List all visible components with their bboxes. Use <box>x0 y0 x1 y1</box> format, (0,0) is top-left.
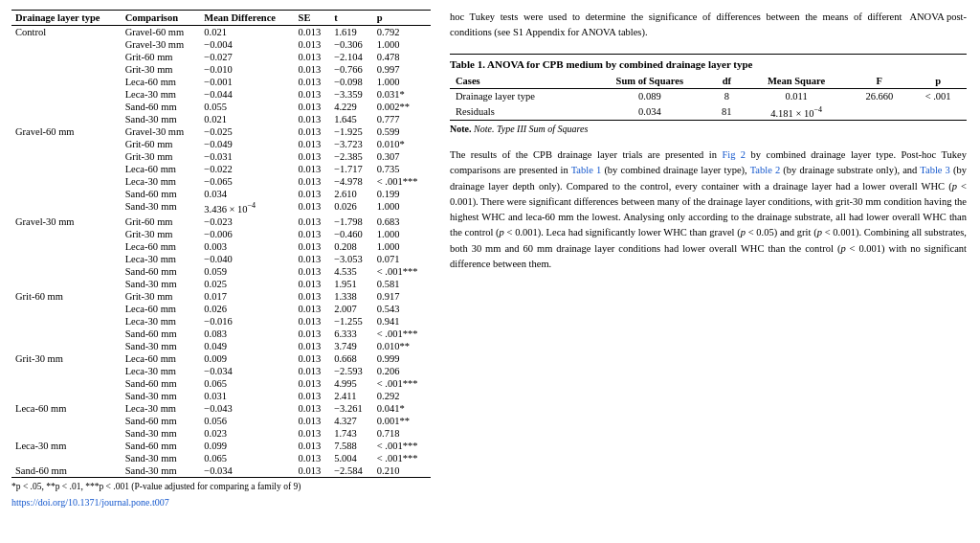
cell-comparison: Sand-60 mm <box>122 377 201 390</box>
anova-cell-p: < .001 <box>909 88 967 103</box>
cell-comparison: Sand-60 mm <box>122 440 201 452</box>
anova-cell-df: 81 <box>710 103 744 121</box>
cell-t: 6.333 <box>330 328 373 340</box>
table2-ref[interactable]: Table 2 <box>750 165 781 175</box>
cell-t: 1.338 <box>330 290 373 303</box>
cell-comparison: Grit-60 mm <box>122 138 201 150</box>
cell-comparison: Leca-60 mm <box>122 163 201 175</box>
cell-group <box>11 303 122 315</box>
cell-t: 7.588 <box>330 440 373 452</box>
cell-group <box>11 265 122 278</box>
anova-col-f: F <box>849 74 909 89</box>
cell-comparison: Gravel-30 mm <box>122 38 201 51</box>
cell-p: 0.206 <box>373 365 431 377</box>
cell-comparison: Sand-60 mm <box>122 328 201 340</box>
cell-comparison: Sand-30 mm <box>122 340 201 352</box>
anova-intro: ANOVA post- hoc Tukey tests were used to… <box>450 10 967 40</box>
cell-p: 0.010** <box>373 340 431 352</box>
cell-comparison: Leca-30 mm <box>122 253 201 265</box>
cell-comparison: Gravel-30 mm <box>122 125 201 138</box>
cell-mean-diff: 0.021 <box>200 26 294 39</box>
cell-se: 0.013 <box>295 113 331 125</box>
cell-se: 0.013 <box>295 315 331 328</box>
cell-se: 0.013 <box>295 377 331 390</box>
cell-p: 0.735 <box>373 163 431 175</box>
anova-note: Note. Note. Type III Sum of Squares <box>450 124 967 134</box>
anova-cell-df: 8 <box>710 88 744 103</box>
cell-group <box>11 163 122 175</box>
cell-mean-diff: 0.065 <box>200 452 294 464</box>
anova-table-container: Table 1. ANOVA for CPB medium by combine… <box>450 54 967 135</box>
cell-t: −1.717 <box>330 163 373 175</box>
cell-mean-diff: 0.026 <box>200 303 294 315</box>
cell-mean-diff: 0.017 <box>200 290 294 303</box>
cell-comparison: Gravel-60 mm <box>122 26 201 39</box>
cell-group <box>11 253 122 265</box>
cell-se: 0.013 <box>295 163 331 175</box>
cell-group <box>11 427 122 440</box>
results-text: The results of the CPB drainage layer tr… <box>450 147 967 272</box>
cell-comparison: Grit-30 mm <box>122 290 201 303</box>
col-se: SE <box>295 11 331 26</box>
cell-se: 0.013 <box>295 452 331 464</box>
cell-p: 0.941 <box>373 315 431 328</box>
cell-t: −2.593 <box>330 365 373 377</box>
cell-se: 0.013 <box>295 402 331 415</box>
cell-mean-diff: −0.001 <box>200 76 294 88</box>
cell-mean-diff: 0.031 <box>200 390 294 402</box>
table1-ref[interactable]: Table 1 <box>571 165 602 175</box>
cell-comparison: Sand-30 mm <box>122 427 201 440</box>
cell-se: 0.013 <box>295 328 331 340</box>
cell-se: 0.013 <box>295 303 331 315</box>
cell-t: −3.359 <box>330 88 373 101</box>
cell-comparison: Leca-30 mm <box>122 175 201 188</box>
cell-se: 0.013 <box>295 340 331 352</box>
cell-mean-diff: −0.027 <box>200 51 294 63</box>
left-panel: Drainage layer type Comparison Mean Diff… <box>0 0 440 543</box>
cell-p: 0.031* <box>373 88 431 101</box>
anova-col-ss: Sum of Squares <box>590 74 711 89</box>
cell-group <box>11 315 122 328</box>
cell-p: 0.997 <box>373 63 431 76</box>
cell-t: −3.053 <box>330 253 373 265</box>
cell-group: Grit-60 mm <box>11 290 122 303</box>
cell-t: 1.645 <box>330 113 373 125</box>
doi-link[interactable]: https://doi.org/10.1371/journal.pone.t00… <box>11 497 431 508</box>
cell-se: 0.013 <box>295 290 331 303</box>
cell-comparison: Grit-30 mm <box>122 228 201 240</box>
cell-comparison: Sand-60 mm <box>122 415 201 427</box>
anova-label: ANOVA post- <box>909 10 967 25</box>
anova-col-p: p <box>909 74 967 89</box>
anova-col-cases: Cases <box>450 74 590 89</box>
table3-ref[interactable]: Table 3 <box>920 165 950 175</box>
cell-se: 0.013 <box>295 427 331 440</box>
tukey-table: Drainage layer type Comparison Mean Diff… <box>11 10 431 478</box>
cell-se: 0.013 <box>295 240 331 253</box>
cell-group <box>11 88 122 101</box>
cell-mean-diff: 0.025 <box>200 278 294 290</box>
anova-cell-ms: 0.011 <box>744 88 850 103</box>
cell-t: −0.766 <box>330 63 373 76</box>
cell-mean-diff: −0.016 <box>200 315 294 328</box>
cell-mean-diff: 0.049 <box>200 340 294 352</box>
anova-col-df: df <box>710 74 744 89</box>
cell-comparison: Leca-60 mm <box>122 76 201 88</box>
cell-se: 0.013 <box>295 415 331 427</box>
cell-comparison: Sand-30 mm <box>122 452 201 464</box>
cell-t: 1.743 <box>330 427 373 440</box>
cell-mean-diff: −0.034 <box>200 365 294 377</box>
cell-group <box>11 188 122 200</box>
cell-mean-diff: 0.034 <box>200 188 294 200</box>
cell-comparison: Leca-60 mm <box>122 352 201 365</box>
table-footnote: *p < .05, **p < .01, ***p < .001 (P-valu… <box>11 482 431 491</box>
cell-mean-diff: −0.049 <box>200 138 294 150</box>
cell-group <box>11 150 122 163</box>
cell-mean-diff: −0.022 <box>200 163 294 175</box>
cell-p: 0.199 <box>373 188 431 200</box>
cell-mean-diff: −0.043 <box>200 402 294 415</box>
cell-group: Grit-30 mm <box>11 352 122 365</box>
cell-comparison: Sand-30 mm <box>122 113 201 125</box>
cell-t: −3.723 <box>330 138 373 150</box>
fig2-ref[interactable]: Fig 2 <box>722 149 746 160</box>
cell-se: 0.013 <box>295 440 331 452</box>
